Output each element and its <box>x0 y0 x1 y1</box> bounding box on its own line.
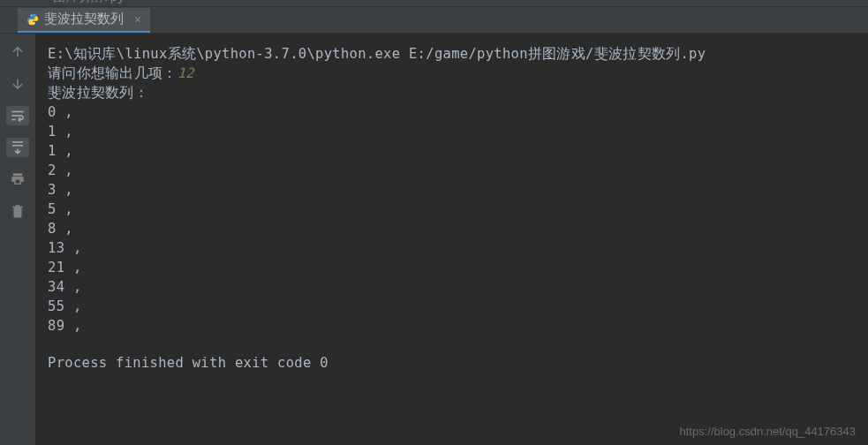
fib-row: 89 , <box>48 316 854 336</box>
arrow-down-icon[interactable] <box>8 74 27 94</box>
background-tab[interactable]: 图片切割.py <box>37 0 125 5</box>
fib-row: 3 , <box>48 180 854 200</box>
output-header: 斐波拉契数列： <box>48 83 854 102</box>
console-output[interactable]: E:\知识库\linux系统\python-3.7.0\python.exe E… <box>35 34 868 445</box>
fib-row: 13 , <box>48 238 854 258</box>
gutter <box>0 34 35 445</box>
fib-row: 5 , <box>48 200 854 219</box>
python-file-icon <box>37 0 49 5</box>
command-line: E:\知识库\linux系统\python-3.7.0\python.exe E… <box>48 44 854 64</box>
print-icon[interactable] <box>8 170 27 189</box>
fib-row: 0 , <box>48 102 854 122</box>
soft-wrap-icon[interactable] <box>6 106 29 125</box>
prompt-text: 请问你想输出几项： <box>48 65 177 81</box>
fib-row: 2 , <box>48 161 854 180</box>
fib-row: 8 , <box>48 219 854 238</box>
trash-icon[interactable] <box>8 201 27 221</box>
python-file-icon <box>26 13 39 26</box>
tab-title: 斐波拉契数列 <box>44 11 124 27</box>
watermark: https://blog.csdn.net/qq_44176343 <box>680 425 857 438</box>
scroll-to-end-icon[interactable] <box>6 138 29 157</box>
prompt-line: 请问你想输出几项：12 <box>48 64 854 83</box>
main-area: E:\知识库\linux系统\python-3.7.0\python.exe E… <box>0 34 868 445</box>
background-tab-label: 图片切割.py <box>53 0 125 5</box>
top-bar: 图片切割.py <box>0 0 868 7</box>
fib-row: 1 , <box>48 141 854 161</box>
tab-bar: 斐波拉契数列 ✕ <box>0 7 868 34</box>
fib-row: 1 , <box>48 122 854 141</box>
active-tab[interactable]: 斐波拉契数列 ✕ <box>18 8 150 33</box>
arrow-up-icon[interactable] <box>8 42 27 62</box>
fib-row: 34 , <box>48 277 854 297</box>
svg-point-2 <box>34 22 34 23</box>
command-text: E:\知识库\linux系统\python-3.7.0\python.exe E… <box>48 46 706 62</box>
svg-point-1 <box>31 15 32 16</box>
fib-row: 55 , <box>48 297 854 316</box>
close-icon[interactable]: ✕ <box>134 12 141 26</box>
fib-row: 21 , <box>48 258 854 277</box>
fibonacci-output: 0 ,1 ,1 ,2 ,3 ,5 ,8 ,13 ,21 ,34 ,55 ,89 … <box>48 102 854 336</box>
user-input: 12 <box>177 65 194 81</box>
exit-message: Process finished with exit code 0 <box>48 353 854 373</box>
